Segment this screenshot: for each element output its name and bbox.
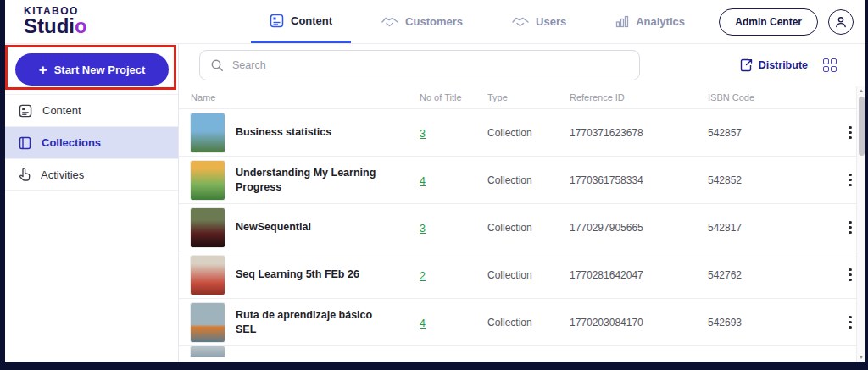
sidebar-item-label: Collections [42,136,101,149]
tab-customers[interactable]: Customers [363,0,481,43]
column-no-of-title: No of Title [420,92,487,102]
search-icon [210,58,224,72]
isbn-cell: 542762 [708,269,835,281]
sidebar-item-activities[interactable]: Activities [5,158,178,191]
isbn-cell: 542693 [708,317,835,329]
person-icon [834,15,848,29]
scroll-down-arrow[interactable]: ▼ [859,353,864,362]
handshake-icon [381,16,398,28]
table-row-partial [179,346,865,357]
table-row[interactable]: Ruta de aprendizaje básico SEL 4 Collect… [179,299,865,346]
reference-id-cell: 1770297905665 [570,222,708,234]
reference-id-cell: 1770361758334 [570,174,708,186]
no-of-title-link[interactable]: 3 [420,128,426,140]
sidebar: + Start New Project Content Collections … [5,44,179,362]
book-thumbnail [191,346,225,357]
search-bar [199,50,640,80]
table-row[interactable]: Seq Learning 5th FEb 26 2 Collection 177… [179,251,865,299]
book-thumbnail [191,208,225,247]
tab-label: Users [536,15,566,28]
tab-content[interactable]: Content [251,0,351,43]
analytics-icon [615,15,629,28]
distribute-button[interactable]: Distribute [740,58,808,72]
no-of-title-link[interactable]: 4 [420,175,426,187]
type-cell: Collection [487,269,570,281]
collection-name: Business statistics [236,125,331,140]
no-of-title-link[interactable]: 4 [420,318,426,329]
search-input[interactable] [232,59,629,71]
tab-label: Customers [405,15,463,28]
collection-name: Seq Learning 5th FEb 26 [236,268,359,282]
profile-button[interactable] [828,9,854,35]
handshake-icon [512,16,529,28]
book-thumbnail [191,113,225,152]
table-header: Name No of Title Type Reference ID ISBN … [179,86,865,108]
distribute-label: Distribute [759,59,808,71]
start-new-project-button[interactable]: + Start New Project [15,53,169,86]
no-of-title-link[interactable]: 2 [420,270,426,282]
isbn-cell: 542817 [708,222,835,234]
sidebar-item-content[interactable]: Content [5,94,178,126]
table-row[interactable]: Understanding My Learning Progress 4 Col… [179,157,865,204]
tab-label: Content [291,14,332,27]
isbn-cell: 542852 [708,174,835,186]
book-thumbnail [191,303,225,342]
reference-id-cell: 1770371623678 [570,127,708,139]
column-type: Type [487,92,570,102]
table-row[interactable]: NewSequential 3 Collection 1770297905665… [179,204,865,251]
type-cell: Collection [487,127,570,139]
book-thumbnail [191,161,225,200]
type-cell: Collection [487,174,570,186]
app-window: KITABOO Studio Content Customers Users [0,0,868,370]
tab-analytics[interactable]: Analytics [597,0,704,43]
hand-pointer-icon [19,168,31,181]
kitaboo-logo: KITABOO Studio [5,0,179,43]
scroll-up-arrow[interactable]: ▲ [859,86,864,95]
start-new-project-label: Start New Project [54,64,146,76]
collections-icon [19,136,31,150]
type-cell: Collection [487,317,570,329]
reference-id-cell: 1770281642047 [570,269,708,281]
collection-name: Ruta de aprendizaje básico SEL [236,308,384,337]
content-icon [19,104,32,118]
collection-list: Business statistics 3 Collection 1770371… [179,108,865,362]
logo-studio-text: Studio [24,17,179,36]
sidebar-item-label: Activities [41,168,84,181]
scrollbar-thumb[interactable] [859,97,865,156]
isbn-cell: 542857 [708,127,835,139]
no-of-title-link[interactable]: 3 [420,223,426,235]
column-name: Name [191,92,420,102]
sidebar-item-collections[interactable]: Collections [5,126,178,158]
type-cell: Collection [487,222,570,234]
main-nav: Content Customers Users Analytics [251,0,704,43]
book-thumbnail [191,256,225,295]
reference-id-cell: 1770203084170 [570,317,708,329]
top-header: KITABOO Studio Content Customers Users [5,0,865,44]
plus-icon: + [39,63,47,77]
tab-label: Analytics [636,15,685,28]
column-isbn-code: ISBN Code [708,92,835,102]
admin-center-button[interactable]: Admin Center [719,8,818,36]
grid-view-icon[interactable] [823,58,837,72]
content-area: Distribute Name No of Title Type Referen… [179,44,865,362]
table-row[interactable]: Business statistics 3 Collection 1770371… [179,109,865,157]
sidebar-item-label: Content [42,104,81,117]
collection-name: NewSequential [236,220,311,235]
vertical-scrollbar[interactable]: ▲ ▼ [856,86,865,362]
content-icon [270,14,284,28]
column-reference-id: Reference ID [570,92,708,102]
collection-name: Understanding My Learning Progress [236,166,384,195]
tab-users[interactable]: Users [493,0,585,43]
distribute-icon [740,58,753,72]
